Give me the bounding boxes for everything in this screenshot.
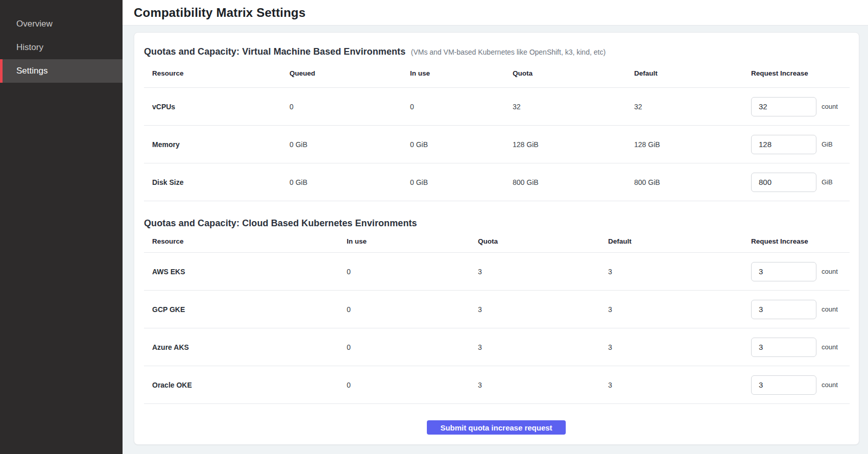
vm-section-heading: Quotas and Capacity: Virtual Machine Bas…	[144, 45, 849, 59]
header-bar: Compatibility Matrix Settings	[123, 0, 868, 26]
default-value: 3	[608, 305, 751, 314]
column-header-in-use: In use	[410, 69, 513, 77]
in-use-value: 0	[347, 268, 478, 276]
queued-value: 0 GiB	[290, 178, 410, 186]
table-row-gcp-gke: GCP GKE 0 3 3 count	[144, 291, 850, 328]
default-value: 800 GiB	[634, 178, 751, 186]
quota-value: 32	[513, 103, 634, 111]
page-title: Compatibility Matrix Settings	[134, 6, 306, 20]
unit-label: GiB	[822, 140, 833, 148]
quota-value: 3	[478, 268, 608, 276]
resource-name: GCP GKE	[152, 305, 347, 314]
in-use-value: 0	[410, 103, 513, 111]
unit-label: count	[822, 381, 838, 389]
default-value: 128 GiB	[634, 140, 751, 149]
quota-value: 3	[478, 305, 608, 314]
unit-label: GiB	[822, 178, 833, 186]
sidebar-nav: Overview History Settings	[0, 12, 123, 83]
in-use-value: 0	[347, 343, 478, 351]
column-header-quota: Quota	[513, 69, 634, 77]
quotas-card: Quotas and Capacity: Virtual Machine Bas…	[134, 32, 859, 445]
submit-row: Submit quota increase request	[144, 420, 849, 435]
request-increase-input-aws-eks[interactable]	[751, 262, 816, 281]
column-header-resource: Resource	[152, 69, 290, 77]
request-increase-input-vcpus[interactable]	[751, 97, 816, 116]
sidebar-item-settings[interactable]: Settings	[0, 59, 123, 83]
request-increase-input-memory[interactable]	[751, 135, 816, 154]
in-use-value: 0 GiB	[410, 140, 513, 149]
resource-name: Azure AKS	[152, 343, 347, 351]
cloud-table-header-row: Resource In use Quota Default Request In…	[144, 230, 850, 253]
in-use-value: 0	[347, 305, 478, 314]
in-use-value: 0 GiB	[410, 178, 513, 186]
table-row-disk-size: Disk Size 0 GiB 0 GiB 800 GiB 800 GiB Gi…	[144, 163, 850, 201]
resource-name: Oracle OKE	[152, 381, 347, 389]
queued-value: 0	[290, 103, 410, 111]
content-area: Quotas and Capacity: Virtual Machine Bas…	[123, 26, 868, 454]
cloud-section-heading: Quotas and Capacity: Cloud Based Kuberne…	[144, 217, 849, 230]
vm-table-header-row: Resource Queued In use Quota Default Req…	[144, 59, 850, 88]
unit-label: count	[822, 343, 838, 351]
quota-value: 800 GiB	[513, 178, 634, 186]
table-row-aws-eks: AWS EKS 0 3 3 count	[144, 253, 850, 291]
quota-value: 3	[478, 343, 608, 351]
request-increase-input-azure-aks[interactable]	[751, 338, 816, 357]
column-header-default: Default	[634, 69, 751, 77]
column-header-default: Default	[608, 237, 751, 245]
vm-section-title: Quotas and Capacity: Virtual Machine Bas…	[144, 46, 405, 57]
table-row-oracle-oke: Oracle OKE 0 3 3 count	[144, 366, 850, 404]
main-area: Compatibility Matrix Settings Quotas and…	[123, 0, 868, 454]
column-header-request-increase: Request Increase	[751, 69, 850, 77]
queued-value: 0 GiB	[290, 140, 410, 149]
sidebar-item-overview[interactable]: Overview	[0, 12, 123, 36]
request-increase-input-gcp-gke[interactable]	[751, 300, 816, 319]
submit-quota-increase-button[interactable]: Submit quota increase request	[427, 420, 565, 435]
column-header-request-increase: Request Increase	[751, 237, 850, 245]
column-header-resource: Resource	[152, 237, 347, 245]
table-row-azure-aks: Azure AKS 0 3 3 count	[144, 328, 850, 366]
request-increase-input-disk-size[interactable]	[751, 173, 816, 192]
resource-name: AWS EKS	[152, 268, 347, 276]
table-row-memory: Memory 0 GiB 0 GiB 128 GiB 128 GiB GiB	[144, 126, 850, 163]
sidebar-item-history[interactable]: History	[0, 36, 123, 59]
default-value: 3	[608, 343, 751, 351]
resource-name: Disk Size	[152, 178, 290, 186]
cloud-quota-table: Resource In use Quota Default Request In…	[144, 230, 850, 404]
default-value: 32	[634, 103, 751, 111]
resource-name: vCPUs	[152, 103, 290, 111]
in-use-value: 0	[347, 381, 478, 389]
unit-label: count	[822, 103, 838, 110]
vm-quota-table: Resource Queued In use Quota Default Req…	[144, 59, 850, 201]
quota-value: 128 GiB	[513, 140, 634, 149]
request-increase-input-oracle-oke[interactable]	[751, 375, 816, 395]
unit-label: count	[822, 268, 838, 275]
sidebar: Overview History Settings	[0, 0, 123, 454]
column-header-quota: Quota	[478, 237, 608, 245]
default-value: 3	[608, 268, 751, 276]
unit-label: count	[822, 305, 838, 313]
vm-section-annotation: (VMs and VM-based Kubernetes like OpenSh…	[411, 48, 606, 56]
column-header-queued: Queued	[290, 69, 410, 77]
quota-value: 3	[478, 381, 608, 389]
resource-name: Memory	[152, 140, 290, 149]
column-header-in-use: In use	[347, 237, 478, 245]
app-window: Overview History Settings Compatibility …	[0, 0, 868, 454]
table-row-vcpus: vCPUs 0 0 32 32 count	[144, 88, 850, 126]
cloud-section-title: Quotas and Capacity: Cloud Based Kuberne…	[144, 218, 417, 228]
default-value: 3	[608, 381, 751, 389]
